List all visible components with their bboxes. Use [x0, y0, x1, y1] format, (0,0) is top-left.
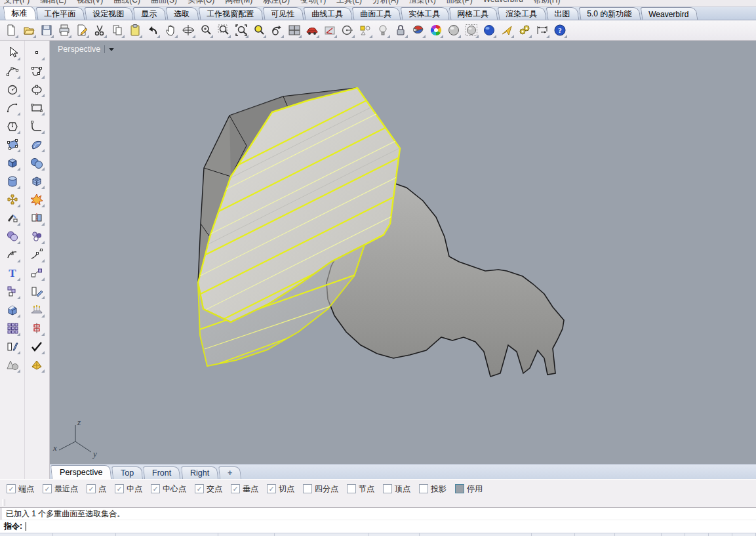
car-button[interactable]	[304, 22, 320, 39]
selection-filter-button[interactable]	[357, 22, 373, 39]
toolbar-tab-工作视窗配置[interactable]: 工作视窗配置	[199, 7, 264, 20]
lights-tool-button[interactable]	[28, 301, 45, 318]
osnap-切点[interactable]: ✓切点	[267, 484, 294, 495]
menu-item[interactable]: 文件(F)	[4, 0, 30, 6]
pan-view-button[interactable]	[162, 22, 178, 39]
osnap-中心点[interactable]: ✓中心点	[151, 484, 186, 495]
viewport-menu-arrow-icon[interactable]	[109, 48, 114, 51]
polygon-tool-button[interactable]	[3, 117, 21, 134]
extend-curve-tool-button[interactable]	[28, 246, 45, 263]
toolbar-tab-曲面工具[interactable]: 曲面工具	[352, 7, 401, 20]
lock-button[interactable]	[392, 22, 408, 39]
control-point-curve-tool-button[interactable]	[3, 62, 21, 79]
boolean-circles-tool-button[interactable]	[3, 228, 21, 245]
color-wheel-button[interactable]	[428, 22, 444, 39]
perspective-viewport[interactable]: Perspective	[50, 41, 756, 464]
print-button[interactable]	[56, 22, 72, 39]
osnap-最近点[interactable]: ✓最近点	[43, 484, 78, 495]
toolbar-tab-选取[interactable]: 选取	[166, 7, 199, 20]
viewport-tab-right[interactable]: Right	[181, 466, 218, 479]
light-button[interactable]	[374, 22, 391, 39]
checkbox[interactable]: ✓	[87, 484, 96, 493]
osnap-中点[interactable]: ✓中点	[115, 484, 142, 495]
gripper[interactable]	[2, 499, 5, 506]
osnap-四分点[interactable]: 四分点	[303, 484, 338, 495]
undo-button[interactable]	[144, 22, 161, 39]
osnap-节点[interactable]: 节点	[347, 484, 374, 495]
split-surface-tool-button[interactable]	[3, 338, 21, 355]
edit-notes-button[interactable]	[73, 22, 90, 39]
toolbar-tab-5.0 的新功能[interactable]: 5.0 的新功能	[579, 7, 641, 20]
toolbar-tab-设定视图[interactable]: 设定视图	[85, 7, 134, 20]
menu-item[interactable]: 编辑(E)	[40, 0, 66, 6]
osnap-垂点[interactable]: ✓垂点	[231, 484, 258, 495]
ghosted-viewport-button[interactable]	[463, 22, 479, 39]
menu-item[interactable]: 面板(P)	[447, 0, 473, 6]
explode-tool-button[interactable]	[28, 191, 45, 208]
viewport-title[interactable]: Perspective	[58, 45, 114, 54]
rotate-view-button[interactable]	[180, 22, 196, 39]
paste-button[interactable]	[127, 22, 143, 39]
checkbox[interactable]	[347, 484, 356, 493]
viewport-tab-front[interactable]: Front	[143, 466, 180, 479]
rendered-viewport-button[interactable]	[481, 22, 497, 39]
new-viewport-tab-button[interactable]: +	[218, 466, 241, 479]
camera-lens-button[interactable]	[339, 22, 355, 39]
osnap-点[interactable]: ✓点	[87, 484, 106, 495]
rotate-tool-tool-button[interactable]	[28, 283, 45, 300]
pointer-tool-button[interactable]	[3, 44, 21, 61]
viewport-tab-top[interactable]: Top	[111, 466, 143, 479]
ellipse-tool-button[interactable]	[28, 81, 45, 98]
toolbar-tab-实体工具[interactable]: 实体工具	[401, 7, 450, 20]
move-tool-button[interactable]	[28, 264, 45, 281]
array-grid-tool-button[interactable]	[3, 320, 21, 337]
menu-item[interactable]: Weaverbird	[483, 0, 523, 6]
adjust-curve-tool-button[interactable]	[3, 246, 21, 263]
check-tool-button[interactable]	[28, 338, 45, 355]
arc-tool-button[interactable]	[3, 99, 21, 116]
menu-item[interactable]: 渲染(R)	[409, 0, 436, 6]
toolbar-tab-渲染工具[interactable]: 渲染工具	[498, 7, 547, 20]
menu-item[interactable]: 工具(L)	[336, 0, 362, 6]
toolbar-tab-工作平面[interactable]: 工作平面	[36, 7, 85, 20]
menu-item[interactable]: 帮助(H)	[534, 0, 561, 6]
point-tool-button[interactable]	[28, 44, 45, 61]
new-document-button[interactable]	[3, 22, 19, 39]
puzzle-tool-button[interactable]	[3, 191, 21, 208]
circle-tool-button[interactable]	[3, 81, 21, 98]
checkbox[interactable]: ✓	[231, 484, 240, 493]
undo-view-change-button[interactable]	[268, 22, 285, 39]
fillet-box-tool-button[interactable]	[3, 301, 21, 318]
osnap-顶点[interactable]: 顶点	[383, 484, 410, 495]
box-tool-button[interactable]	[3, 154, 21, 171]
checkbox[interactable]: ✓	[115, 484, 124, 493]
zoom-selected-button[interactable]	[250, 22, 267, 39]
viewport-canvas[interactable]: z x y	[50, 41, 756, 464]
menu-item[interactable]: 实体(O)	[188, 0, 214, 6]
fillet-curve-tool-button[interactable]	[28, 117, 45, 134]
point-circles-tool-button[interactable]	[28, 228, 45, 245]
checkbox-filled[interactable]	[455, 484, 464, 493]
menu-item[interactable]: 标注(D)	[263, 0, 290, 6]
viewport-tab-perspective[interactable]: Perspective	[50, 465, 112, 479]
toolbar-tab-曲线工具[interactable]: 曲线工具	[304, 7, 353, 20]
zoom-extents-button[interactable]	[233, 22, 249, 39]
help-button[interactable]: ?	[551, 22, 568, 39]
toolbar-tab-Weaverbird[interactable]: Weaverbird	[641, 7, 698, 20]
copy-array-tool-button[interactable]	[3, 283, 21, 300]
osnap-投影[interactable]: 投影	[419, 484, 447, 495]
menu-item[interactable]: 曲面(S)	[151, 0, 177, 6]
checkbox[interactable]	[419, 484, 428, 493]
toolbar-tab-网格工具[interactable]: 网格工具	[449, 7, 498, 20]
save-button[interactable]	[38, 22, 54, 39]
toolbar-tab-可见性[interactable]: 可见性	[263, 7, 304, 20]
open-file-button[interactable]	[20, 22, 37, 39]
checkbox[interactable]: ✓	[195, 484, 204, 493]
menu-item[interactable]: 分析(A)	[372, 0, 399, 6]
mesh-box-tool-button[interactable]	[28, 173, 45, 190]
checkbox[interactable]	[383, 484, 392, 493]
boolean-spheres-tool-button[interactable]	[28, 154, 45, 171]
cylinder-tool-button[interactable]	[3, 173, 21, 190]
menu-item[interactable]: 变动(T)	[300, 0, 326, 6]
curve-through-points-tool-button[interactable]	[28, 62, 45, 79]
